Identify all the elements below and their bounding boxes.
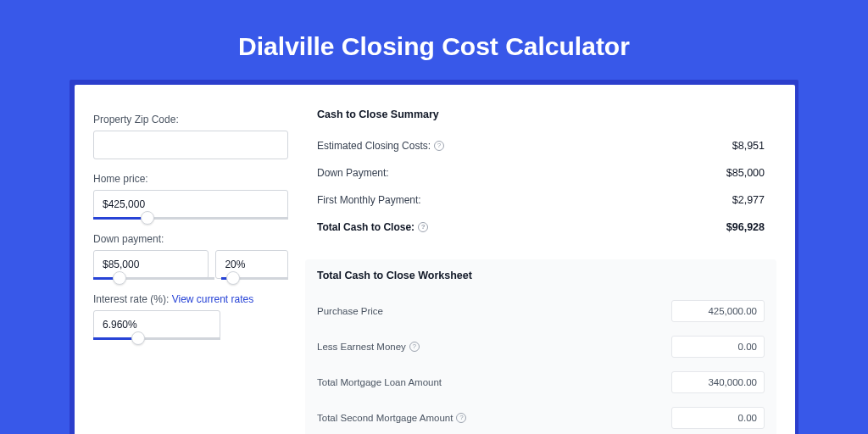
calculator-card: Property Zip Code: Home price: Down paym… [75,85,795,434]
row-label: First Monthly Payment: [317,194,421,206]
zip-group: Property Zip Code: [93,114,288,159]
row-value: $85,000 [726,167,765,179]
down-payment-slider[interactable] [93,277,288,280]
ws-label: Less Earnest Money ? [317,342,420,352]
worksheet-card: Total Cash to Close Worksheet Purchase P… [305,259,776,434]
ws-input-mortgage-amount[interactable] [671,371,765,393]
summary-total-row: Total Cash to Close: ? $96,928 [317,214,765,241]
ws-label: Purchase Price [317,306,383,316]
down-payment-input[interactable] [93,250,209,279]
home-price-label: Home price: [93,173,288,185]
help-icon[interactable]: ? [418,222,428,232]
row-label: Down Payment: [317,167,389,179]
summary-title: Cash to Close Summary [317,108,765,120]
home-price-input[interactable] [93,190,288,219]
ws-label: Total Mortgage Loan Amount [317,377,442,387]
interest-label: Interest rate (%): View current rates [93,293,288,305]
results-panel: Cash to Close Summary Estimated Closing … [305,100,776,434]
worksheet-row: Total Mortgage Loan Amount [317,364,765,400]
down-payment-group: Down payment: [93,233,288,280]
zip-input[interactable] [93,131,288,159]
view-rates-link[interactable]: View current rates [172,293,254,305]
home-price-slider[interactable] [93,217,288,220]
interest-input[interactable] [93,310,220,339]
slider-thumb[interactable] [131,331,145,345]
help-icon[interactable]: ? [434,141,444,151]
ws-input-earnest-money[interactable] [671,336,765,358]
help-icon[interactable]: ? [456,413,466,423]
input-panel: Property Zip Code: Home price: Down paym… [93,100,288,434]
summary-row: Down Payment: $85,000 [317,159,765,186]
down-payment-label: Down payment: [93,233,288,245]
ws-label: Total Second Mortgage Amount ? [317,413,466,423]
help-icon[interactable]: ? [409,342,420,352]
row-value: $8,951 [732,140,765,152]
home-price-group: Home price: [93,173,288,220]
interest-slider[interactable] [93,337,220,340]
summary-card: Cash to Close Summary Estimated Closing … [305,100,776,248]
page-title: Dialville Closing Cost Calculator [0,0,868,80]
row-label: Estimated Closing Costs: ? [317,140,444,152]
calculator-outer-card: Property Zip Code: Home price: Down paym… [70,80,798,434]
worksheet-row: Total Second Mortgage Amount ? [317,400,765,434]
ws-input-purchase-price[interactable] [671,300,765,322]
ws-input-second-mortgage[interactable] [671,407,765,429]
slider-thumb[interactable] [226,271,240,285]
slider-thumb[interactable] [141,211,154,225]
slider-thumb[interactable] [113,271,126,285]
summary-row: First Monthly Payment: $2,977 [317,186,765,214]
row-value: $2,977 [732,194,765,206]
worksheet-row: Less Earnest Money ? [317,329,765,364]
zip-label: Property Zip Code: [93,114,288,125]
worksheet-title: Total Cash to Close Worksheet [317,270,765,281]
row-value: $96,928 [726,221,765,233]
row-label: Total Cash to Close: ? [317,221,428,233]
interest-group: Interest rate (%): View current rates [93,293,288,340]
worksheet-row: Purchase Price [317,293,765,329]
summary-row: Estimated Closing Costs: ? $8,951 [317,132,765,159]
